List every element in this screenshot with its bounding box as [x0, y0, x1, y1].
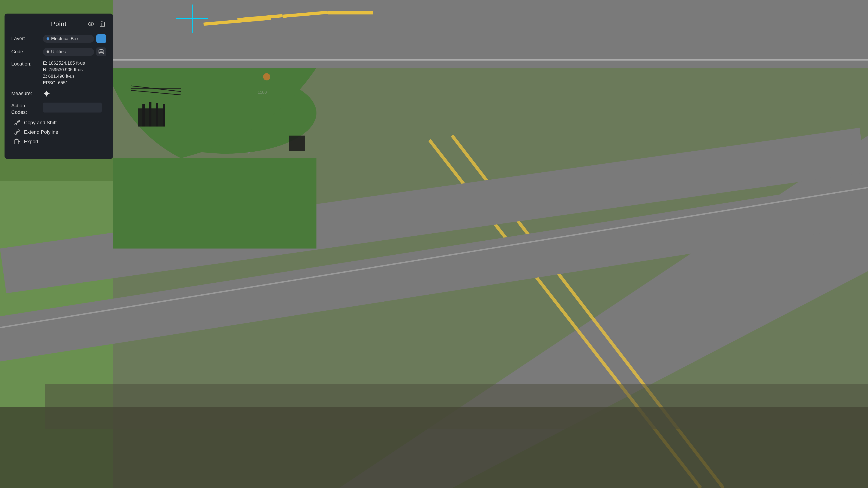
copy-shift-item[interactable]: Copy and Shift — [13, 119, 106, 126]
svg-point-35 — [90, 23, 92, 25]
svg-rect-38 — [101, 21, 103, 22]
svg-rect-18 — [156, 103, 158, 127]
svg-text:1180: 1180 — [258, 90, 267, 95]
action-codes-block: Action Codes: Copy and Shift — [11, 103, 106, 145]
copy-shift-icon — [13, 119, 21, 126]
crosshair-circle — [45, 92, 48, 95]
eye-icon — [88, 22, 94, 26]
location-z: Z: 681.490 ft-us — [43, 74, 85, 79]
trash-icon — [100, 21, 105, 27]
location-label: Location: — [11, 61, 41, 86]
svg-rect-52 — [15, 140, 18, 144]
stack-button[interactable] — [96, 47, 106, 56]
svg-rect-16 — [143, 104, 145, 127]
action-items-list: Copy and Shift Extend Polyline — [11, 119, 106, 145]
code-label: Code: — [11, 49, 41, 55]
location-epsg: EPSG: 6551 — [43, 80, 85, 86]
stack-icon — [98, 49, 104, 54]
code-value: Utilities — [51, 49, 66, 55]
svg-rect-19 — [163, 104, 165, 127]
svg-rect-24 — [289, 135, 305, 151]
svg-point-48 — [15, 133, 17, 135]
action-codes-label: Action Codes: — [11, 103, 41, 116]
panel-header: Point — [11, 20, 106, 28]
measure-label: Measure: — [11, 91, 41, 96]
extend-polyline-label: Extend Polyline — [24, 129, 58, 135]
location-n: N: 759530.905 ft-us — [43, 67, 85, 72]
svg-rect-14 — [113, 158, 316, 249]
layer-row: Layer: Electrical Box — [11, 34, 106, 43]
export-label: Export — [24, 139, 38, 144]
code-chip[interactable]: Utilities — [43, 48, 94, 56]
svg-point-45 — [15, 123, 17, 125]
export-icon — [13, 138, 21, 145]
svg-rect-31 — [45, 384, 868, 429]
extend-polyline-item[interactable]: Extend Polyline — [13, 129, 106, 136]
svg-point-49 — [18, 130, 20, 131]
copy-shift-label: Copy and Shift — [24, 120, 57, 126]
layer-value: Electrical Box — [51, 36, 79, 41]
layer-chip[interactable]: Electrical Box — [43, 35, 94, 43]
measure-crosshair-button[interactable] — [43, 90, 50, 97]
export-item[interactable]: Export — [13, 138, 106, 145]
location-values: E: 1862524.185 ft-us N: 759530.905 ft-us… — [43, 61, 85, 86]
svg-rect-17 — [149, 102, 151, 127]
eye-button[interactable] — [87, 20, 95, 28]
action-codes-input[interactable] — [43, 103, 102, 112]
code-dot — [46, 51, 49, 53]
measure-row: Measure: — [11, 90, 106, 97]
svg-rect-2 — [113, 59, 868, 61]
location-e: E: 1862524.185 ft-us — [43, 61, 85, 66]
svg-line-47 — [16, 122, 18, 124]
svg-point-23 — [263, 73, 270, 80]
location-block: Location: E: 1862524.185 ft-us N: 759530… — [11, 61, 106, 86]
delete-button[interactable] — [98, 20, 106, 28]
panel-title: Point — [51, 20, 67, 28]
svg-point-42 — [99, 50, 104, 51]
layer-color-button[interactable] — [96, 34, 106, 43]
point-panel: Point — [4, 13, 113, 159]
layer-dot — [46, 37, 49, 40]
code-row: Code: Utilities — [11, 47, 106, 56]
svg-rect-6 — [328, 11, 373, 14]
layer-label: Layer: — [11, 36, 41, 41]
extend-polyline-icon — [13, 129, 21, 136]
